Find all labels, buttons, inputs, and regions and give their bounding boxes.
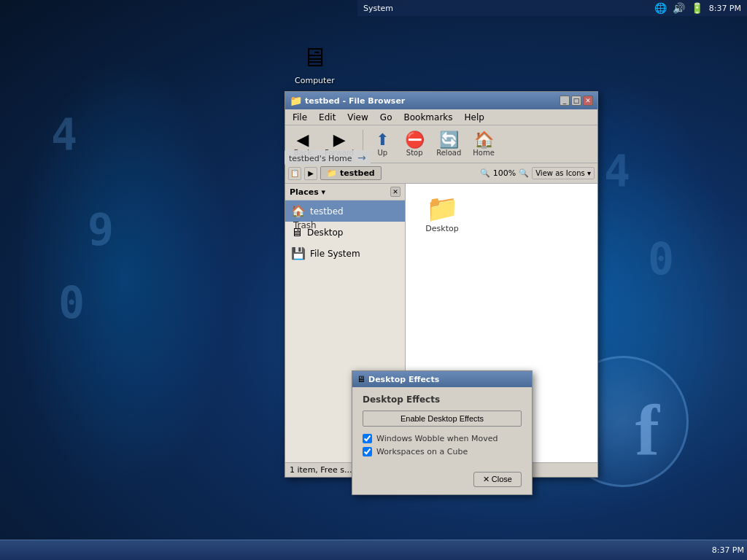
sidebar-header: Places ▾ ✕: [285, 184, 405, 201]
menu-bar: File Edit View Go Bookmarks Help: [285, 109, 597, 125]
dna-decoration-left: [15, 58, 233, 496]
view-as-button[interactable]: View as Icons ▾: [532, 167, 595, 179]
wobble-checkbox-row: Windows Wobble when Moved: [363, 434, 522, 443]
sidebar-icon-filesystem: 💾: [291, 246, 306, 260]
deco-number-5: 0: [648, 233, 674, 284]
dialog-title-text: Desktop Effects: [368, 375, 439, 384]
location-breadcrumb[interactable]: 📁 testbed: [320, 166, 382, 180]
taskbar-clock: 8:37 PM: [712, 545, 744, 555]
sidebar-item-testbed[interactable]: 🏠 testbed: [285, 201, 405, 222]
enable-desktop-effects-button[interactable]: Enable Desktop Effects: [363, 411, 522, 427]
menu-bookmarks[interactable]: Bookmarks: [399, 111, 457, 124]
window-titlebar: 📁 testbed - File Browser _ □ ✕: [285, 92, 597, 109]
up-icon: ⬆: [376, 132, 389, 148]
location-back-btn[interactable]: 📋: [288, 167, 301, 180]
places-label: Places ▾: [290, 187, 325, 197]
dialog-section-title: Desktop Effects: [363, 394, 522, 405]
home-icon: 🏠: [474, 132, 494, 148]
wobble-checkbox[interactable]: [363, 434, 372, 443]
trash-label: Trash: [293, 220, 317, 230]
reload-button[interactable]: 🔄 Reload: [432, 131, 465, 158]
zoom-out-icon[interactable]: 🔍: [480, 168, 490, 178]
maximize-button[interactable]: □: [571, 96, 581, 106]
taskbar: 8:37 PM: [0, 540, 747, 560]
battery-icon: 🔋: [691, 2, 703, 14]
file-item-desktop[interactable]: 📁 Desktop: [413, 191, 471, 238]
zoom-controls: 🔍 100% 🔍 View as Icons ▾: [480, 167, 595, 179]
sidebar-icon-testbed: 🏠: [291, 204, 306, 218]
sidebar-header-label: Places ▾: [290, 187, 325, 197]
stop-label: Stop: [406, 149, 423, 157]
reload-label: Reload: [436, 149, 461, 157]
breadcrumb-icon: 📁: [327, 168, 337, 178]
up-button[interactable]: ⬆ Up: [368, 131, 397, 158]
system-tray: 🌐 🔊 🔋 8:37 PM: [654, 2, 741, 14]
dialog-title-icon: 🖥: [357, 374, 365, 384]
breadcrumb-arrow: →: [357, 152, 366, 163]
up-label: Up: [377, 149, 387, 157]
deco-number-3: 0: [58, 277, 85, 328]
sidebar-label-testbed: testbed: [310, 206, 344, 217]
close-button[interactable]: ✕: [583, 96, 593, 106]
cube-checkbox-row: Workspaces on a Cube: [363, 447, 522, 456]
system-clock: 8:37 PM: [709, 4, 741, 13]
reload-icon: 🔄: [439, 132, 459, 148]
window-title-group: 📁 testbed - File Browser: [290, 95, 405, 106]
location-arrow-btn[interactable]: ▶: [304, 167, 317, 180]
menu-view[interactable]: View: [343, 111, 372, 124]
desktop: 4 9 0 4 0 f System 🌐 🔊 🔋 8:37 PM 🖥 Compu…: [0, 0, 747, 560]
location-bar: 📋 ▶ 📁 testbed 🔍 100% 🔍 View as Icons ▾: [285, 163, 597, 184]
window-title-text: testbed - File Browser: [305, 96, 405, 106]
network-icon: 🌐: [654, 2, 667, 14]
dialog-footer: ✕ Close: [352, 467, 532, 494]
taskbar-right: 8:37 PM: [712, 545, 744, 555]
menu-file[interactable]: File: [288, 111, 311, 124]
stop-button[interactable]: ⛔ Stop: [400, 131, 429, 158]
forward-icon: ▶: [333, 132, 346, 148]
home-label: Home: [473, 149, 495, 157]
computer-icon-label: Computer: [295, 76, 335, 85]
computer-desktop-icon[interactable]: 🖥 Computer: [292, 36, 338, 88]
dialog-close-button[interactable]: ✕ Close: [473, 472, 522, 487]
menu-edit[interactable]: Edit: [314, 111, 340, 124]
sidebar-item-filesystem[interactable]: 💾 File System: [285, 243, 405, 264]
zoom-in-icon[interactable]: 🔍: [519, 168, 529, 178]
window-title-icon: 📁: [290, 95, 302, 106]
window-controls: _ □ ✕: [560, 96, 593, 106]
global-menu-system[interactable]: System: [363, 4, 393, 13]
dialog-titlebar: 🖥 Desktop Effects: [352, 371, 532, 387]
fedora-f-letter: f: [635, 389, 659, 472]
cube-checkbox[interactable]: [363, 447, 372, 456]
file-item-desktop-icon: 📁: [426, 195, 459, 222]
back-icon: ◀: [297, 132, 309, 148]
global-menu-bar: System 🌐 🔊 🔋 8:37 PM: [357, 0, 747, 16]
deco-number-1: 4: [51, 109, 77, 160]
dialog-content: Desktop Effects Enable Desktop Effects W…: [352, 387, 532, 467]
sidebar-label-filesystem: File System: [310, 249, 360, 259]
cube-label: Workspaces on a Cube: [376, 447, 468, 456]
home-button[interactable]: 🏠 Home: [468, 131, 499, 158]
computer-icon-image: 🖥: [297, 39, 332, 74]
menu-help[interactable]: Help: [460, 111, 489, 124]
deco-number-4: 4: [604, 146, 630, 197]
wobble-label: Windows Wobble when Moved: [376, 434, 498, 443]
desktop-effects-dialog: 🖥 Desktop Effects Desktop Effects Enable…: [352, 370, 533, 495]
zoom-level: 100%: [493, 168, 516, 178]
file-item-desktop-label: Desktop: [425, 224, 458, 233]
minimize-button[interactable]: _: [560, 96, 570, 106]
stop-icon: ⛔: [405, 132, 425, 148]
status-text: 1 item, Free s...: [290, 465, 352, 475]
breadcrumb-above-text: testbed's Home: [289, 154, 352, 163]
breadcrumb-text: testbed: [340, 168, 375, 178]
deco-number-2: 9: [88, 204, 114, 255]
breadcrumb-above: testbed's Home →: [285, 150, 371, 165]
sound-icon: 🔊: [673, 2, 685, 14]
sidebar-close-button[interactable]: ✕: [390, 187, 400, 197]
menu-go[interactable]: Go: [376, 111, 397, 124]
